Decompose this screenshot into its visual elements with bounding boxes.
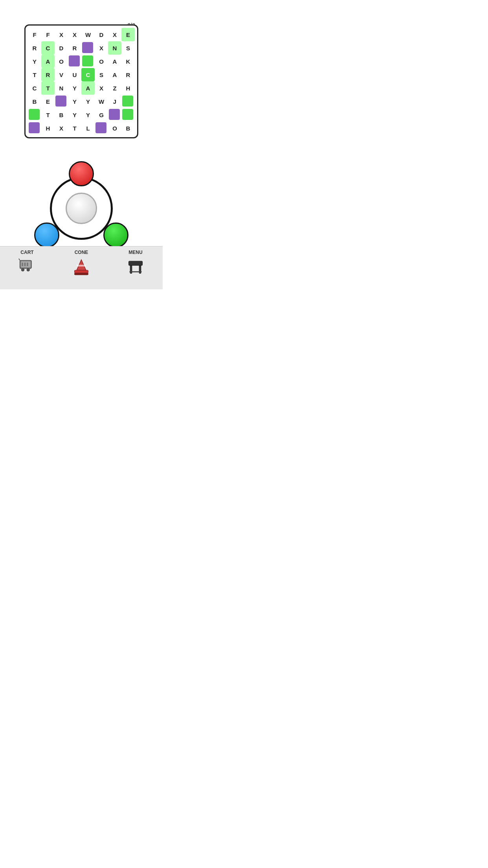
grid-cell[interactable]: S [121,41,135,55]
grid-cell[interactable]: Y [68,95,81,108]
grid-cell[interactable] [82,55,93,66]
grid-cell[interactable] [69,55,80,66]
grid-cell[interactable] [122,109,133,120]
nav-item-menu[interactable]: MENU [108,250,163,276]
cone-icon [72,257,91,276]
svg-rect-12 [75,273,88,275]
grid-cell[interactable]: D [55,41,68,55]
grid-cell[interactable]: D [95,28,108,41]
grid-cell[interactable]: W [81,28,95,41]
grid-cell[interactable]: F [41,28,55,41]
grid-cell[interactable]: R [68,41,81,55]
grid-cell[interactable]: K [121,55,135,68]
grid-cell[interactable]: B [55,108,68,121]
grid-cell[interactable]: X [108,28,121,41]
grid-cell[interactable]: B [121,121,135,135]
grid-cell[interactable]: C [28,81,41,95]
menu-icon [126,257,145,276]
grid-cell[interactable] [122,96,133,107]
grid-cell[interactable]: Y [28,55,41,68]
grid-cell[interactable]: H [121,81,135,95]
grid-cell[interactable]: B [28,95,41,108]
grid-cell[interactable]: T [68,121,81,135]
grid-cell[interactable]: R [28,41,41,55]
grid-cell[interactable] [29,109,40,120]
grid-cell[interactable] [95,122,106,133]
grid-cell[interactable]: A [81,81,95,95]
grid-cell[interactable]: F [28,28,41,41]
word-search-grid[interactable]: FFXXWDXERCDRXNSYAOOAKTRVUCSARCTNYAXZHBEY… [24,24,138,138]
grid-cell[interactable]: E [121,28,135,41]
grid-cell[interactable]: X [68,28,81,41]
grid-cell[interactable]: N [55,81,68,95]
grid-cell[interactable]: Z [108,81,121,95]
green-dot[interactable] [103,223,128,248]
grid-cell[interactable]: G [95,108,108,121]
cart-icon [17,257,37,276]
center-circle[interactable] [66,193,97,224]
grid-cell[interactable]: N [108,41,121,55]
svg-rect-13 [129,261,143,265]
grid-cell[interactable]: V [55,68,68,81]
grid-cell[interactable]: C [41,41,55,55]
svg-rect-7 [24,263,26,266]
grid-cell[interactable]: X [55,28,68,41]
grid-cell[interactable]: A [108,68,121,81]
svg-rect-6 [22,263,23,266]
grid-cell[interactable]: L [81,121,95,135]
nav-label-cone: CONE [75,250,88,255]
grid-cell[interactable]: Y [68,108,81,121]
grid-cell[interactable]: Y [68,81,81,95]
grid-cell[interactable]: R [41,68,55,81]
grid-cell[interactable]: H [41,121,55,135]
red-dot[interactable] [69,161,94,186]
grid-cell[interactable]: X [95,81,108,95]
blue-dot[interactable] [34,223,59,248]
grid-cell[interactable]: X [55,121,68,135]
grid-cell[interactable]: U [68,68,81,81]
grid-cell[interactable]: J [108,95,121,108]
grid-cell[interactable]: O [95,55,108,68]
svg-line-2 [19,259,20,261]
svg-point-3 [21,268,24,271]
grid-cell[interactable]: R [121,68,135,81]
grid-cell[interactable] [82,42,93,53]
grid-cell[interactable]: S [95,68,108,81]
grid-cell[interactable] [55,96,66,107]
grid-cell[interactable]: A [41,55,55,68]
svg-rect-11 [77,265,86,267]
grid-cell[interactable]: Y [81,108,95,121]
grid-cell[interactable]: O [55,55,68,68]
grid-cell[interactable]: Y [81,95,95,108]
grid-cell[interactable]: E [41,95,55,108]
svg-rect-16 [129,271,141,272]
grid-cell[interactable]: T [41,108,55,121]
grid-cell[interactable]: A [108,55,121,68]
grid-cell[interactable]: X [95,41,108,55]
bottom-navigation: CART CONE [0,246,163,289]
svg-rect-8 [27,263,28,266]
grid-cell[interactable]: T [28,68,41,81]
color-selector[interactable] [38,165,125,252]
nav-item-cart[interactable]: CART [0,250,54,276]
nav-item-cone[interactable]: CONE [54,250,108,276]
grid-cell[interactable]: C [81,68,95,81]
nav-label-menu: MENU [128,250,142,255]
grid-cell[interactable]: W [95,95,108,108]
svg-rect-9 [75,270,88,273]
grid-cell[interactable] [29,122,40,133]
grid-cell[interactable]: T [41,81,55,95]
nav-label-cart: CART [20,250,33,255]
svg-point-4 [27,268,29,271]
grid-cell[interactable]: O [108,121,121,135]
grid-cell[interactable] [109,109,120,120]
